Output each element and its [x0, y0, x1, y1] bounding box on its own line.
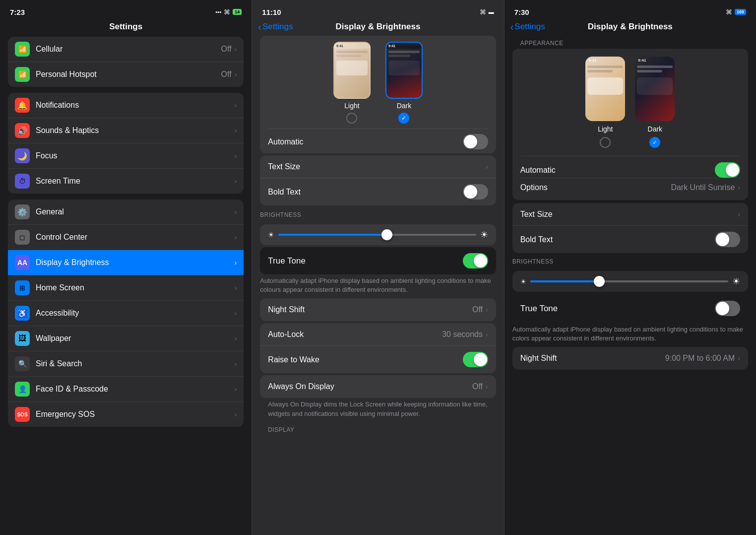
- p2-dark-preview: 9:41: [385, 42, 423, 99]
- p3-true-tone-desc: Automatically adapt iPhone display based…: [512, 325, 748, 343]
- p3-nav: ‹ Settings Display & Brightness: [504, 22, 756, 36]
- p2-brightness-label: BRIGHTNESS: [260, 211, 496, 218]
- p2-light-radio[interactable]: [346, 113, 357, 124]
- p3-light-radio[interactable]: [600, 137, 611, 148]
- focus-chevron: ›: [235, 152, 237, 160]
- p3-light-preview: 9:41: [585, 57, 625, 121]
- p2-dark-bar-1: [388, 51, 420, 53]
- p3-dark-preview: 9:41: [635, 57, 675, 121]
- p2-appearance-options: 9:41 Light 9:41: [268, 42, 488, 124]
- sidebar-item-controlcenter[interactable]: ◻ Control Center ›: [8, 225, 244, 250]
- p2-night-shift-group: Night Shift Off ›: [260, 298, 496, 321]
- p2-dark-option[interactable]: 9:41 Dark ✓: [385, 42, 423, 124]
- p2-back-button[interactable]: ‹ Settings: [258, 22, 293, 32]
- p2-dark-radio[interactable]: ✓: [398, 113, 409, 124]
- sidebar-item-displaybrightness[interactable]: AA Display & Brightness ›: [8, 250, 244, 275]
- sidebar-item-screentime[interactable]: ⏱ Screen Time ›: [8, 169, 244, 194]
- general-label: General: [36, 207, 235, 216]
- signal-icon-1: ▪▪▪: [216, 9, 222, 15]
- displaybrightness-icon: AA: [15, 255, 30, 270]
- p2-alwayson-row[interactable]: Always On Display Off ›: [260, 375, 496, 398]
- p3-automatic-toggle[interactable]: [715, 162, 740, 178]
- settings-title: Settings: [10, 22, 242, 32]
- p2-dark-bar-2: [388, 55, 410, 57]
- p2-light-option[interactable]: 9:41 Light: [333, 42, 371, 124]
- p2-text-size-chevron: ›: [486, 163, 488, 171]
- p2-alwayson-desc: Always On Display dims the Lock Screen w…: [268, 400, 488, 418]
- sirisearch-label: Siri & Search: [36, 359, 235, 368]
- p3-scroll[interactable]: ‹ Settings Display & Brightness APPEARAN…: [504, 22, 756, 535]
- p2-bold-text-toggle[interactable]: [463, 184, 488, 200]
- wallpaper-label: Wallpaper: [36, 334, 235, 343]
- sidebar-item-emergencysos[interactable]: SOS Emergency SOS ›: [8, 402, 244, 427]
- p3-options-label: Options: [520, 183, 671, 192]
- sidebar-item-homescreen[interactable]: ⊞ Home Screen ›: [8, 275, 244, 301]
- p2-night-shift-row[interactable]: Night Shift Off ›: [260, 298, 496, 321]
- p2-night-shift-value: Off: [472, 305, 483, 314]
- p3-light-option[interactable]: 9:41 Light: [585, 57, 625, 148]
- p3-true-tone-knob: [716, 302, 729, 315]
- p3-light-label: Light: [598, 125, 613, 133]
- p2-automatic-toggle[interactable]: [463, 134, 488, 149]
- sidebar-item-sounds[interactable]: 🔊 Sounds & Haptics ›: [8, 118, 244, 143]
- sidebar-item-general[interactable]: ⚙️ General ›: [8, 200, 244, 225]
- sidebar-item-accessibility[interactable]: ♿ Accessibility ›: [8, 301, 244, 326]
- p3-light-bar1: [587, 66, 623, 68]
- screentime-chevron: ›: [235, 177, 237, 185]
- sidebar-item-sirisearch[interactable]: 🔍 Siri & Search ›: [8, 351, 244, 377]
- p3-dark-option[interactable]: 9:41 Dark ✓: [635, 57, 675, 148]
- p3-true-tone-row[interactable]: True Tone: [512, 294, 748, 323]
- p2-raise-wake-label: Raise to Wake: [268, 355, 462, 364]
- sirisearch-icon: 🔍: [15, 356, 30, 371]
- p3-brightness-high-icon: ☀: [732, 276, 740, 287]
- hotspot-label: Personal Hotspot: [36, 70, 221, 79]
- settings-scroll[interactable]: Settings 📶 Cellular Off › 📶 Personal Hot…: [0, 22, 252, 535]
- p3-appearance-group: 9:41 Light 9:41: [512, 49, 748, 200]
- sidebar-item-cellular[interactable]: 📶 Cellular Off ›: [8, 37, 244, 62]
- p2-true-tone-knob: [474, 254, 487, 268]
- p2-automatic-knob: [464, 135, 477, 148]
- p3-dark-label: Dark: [648, 125, 663, 133]
- p2-brightness-track[interactable]: [278, 234, 476, 236]
- p3-night-shift-label: Night Shift: [520, 354, 665, 363]
- p2-brightness-section: BRIGHTNESS: [252, 207, 504, 224]
- p3-bold-text-toggle[interactable]: [715, 232, 740, 247]
- wifi-icon-2: ⌘: [480, 8, 486, 16]
- p2-true-tone-row[interactable]: True Tone: [260, 247, 496, 274]
- p2-text-size-row[interactable]: Text Size ›: [260, 155, 496, 178]
- p3-brightness-thumb[interactable]: [594, 276, 605, 287]
- sidebar-item-focus[interactable]: 🌙 Focus ›: [8, 143, 244, 169]
- controlcenter-label: Control Center: [36, 233, 235, 242]
- p3-back-button[interactable]: ‹ Settings: [510, 22, 545, 32]
- p2-dark-card: [388, 61, 420, 75]
- wallpaper-icon: 🖼: [15, 331, 30, 346]
- status-bar-1: 7:23 ▪▪▪ ⌘ 14: [0, 0, 252, 22]
- p3-light-statusbar: 9:41: [585, 57, 625, 64]
- p2-preview-bar-1: [336, 51, 368, 53]
- p3-brightness-track[interactable]: [530, 280, 728, 282]
- sidebar-item-notifications[interactable]: 🔔 Notifications ›: [8, 93, 244, 118]
- p3-brightness-fill: [530, 280, 600, 282]
- sidebar-item-faceid[interactable]: 👤 Face ID & Passcode ›: [8, 377, 244, 402]
- p3-automatic-label: Automatic: [520, 166, 715, 175]
- p3-night-shift-group: Night Shift 9:00 PM to 6:00 AM ›: [512, 347, 748, 370]
- p2-true-tone-toggle[interactable]: [463, 253, 488, 268]
- p3-night-shift-row[interactable]: Night Shift 9:00 PM to 6:00 AM ›: [512, 347, 748, 370]
- p3-dark-check: ✓: [652, 139, 657, 146]
- p2-brightness-thumb[interactable]: [381, 229, 392, 240]
- p2-scroll[interactable]: ‹ Settings Display & Brightness 9:41: [252, 22, 504, 535]
- p3-true-tone-toggle[interactable]: [715, 301, 740, 316]
- p2-brightness-low-icon: ☀: [268, 231, 274, 239]
- settings-group-connectivity: 📶 Cellular Off › 📶 Personal Hotspot Off …: [8, 37, 244, 87]
- p2-raise-wake-toggle[interactable]: [463, 352, 488, 367]
- wifi-icon-3: ⌘: [726, 8, 732, 16]
- p3-options-row[interactable]: Options Dark Until Sunrise ›: [520, 178, 740, 192]
- sidebar-item-hotspot[interactable]: 📶 Personal Hotspot Off ›: [8, 62, 244, 87]
- p3-dark-radio[interactable]: ✓: [649, 137, 660, 148]
- p3-text-size-row[interactable]: Text Size ›: [512, 203, 748, 226]
- p3-appearance-heading: APPEARANCE: [504, 36, 756, 49]
- p2-alwayson-value: Off: [472, 382, 483, 391]
- p2-autolock-row[interactable]: Auto-Lock 30 seconds ›: [260, 323, 496, 346]
- p3-options-value: Dark Until Sunrise: [671, 183, 735, 192]
- sidebar-item-wallpaper[interactable]: 🖼 Wallpaper ›: [8, 326, 244, 351]
